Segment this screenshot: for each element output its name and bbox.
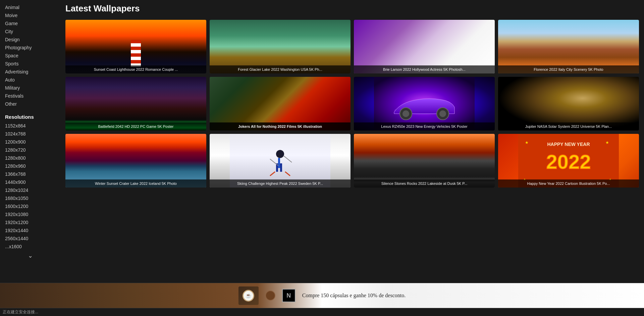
sidebar-resolution-1680-1050[interactable]: 1680x1050 — [5, 194, 55, 202]
wallpaper-caption-w10: Skiing Challenge Highest Peak 2022 Swede… — [210, 179, 351, 188]
svg-rect-10 — [280, 163, 282, 172]
sidebar-resolution-1920-1200[interactable]: 1920x1200 — [5, 218, 55, 226]
wallpaper-caption-w2: Forest Glacier Lake 2022 Washington USA … — [210, 65, 351, 73]
sidebar-item-city[interactable]: City — [5, 28, 55, 36]
sidebar-categories: AnimalMoiveGameCityDesignPhotographySpac… — [5, 3, 55, 108]
wallpaper-caption-w11: Silence Stones Rocks 2022 Lakeside at Du… — [354, 179, 495, 188]
wallpaper-caption-w8: Jupiter NASA Solar System 2022 Universe … — [498, 122, 639, 130]
wallpaper-caption-w3: Brie Larson 2022 Hollywood Actress 5K Ph… — [354, 65, 495, 73]
sidebar-item-festivals[interactable]: Festivals — [5, 92, 55, 100]
wallpaper-card-w7[interactable]: Lexus RZ450e 2023 New Energy Vehicles 5K… — [354, 77, 495, 130]
wallpaper-caption-w6: Jokers All for Nothing 2022 Films 5K ill… — [210, 122, 351, 130]
sidebar-item-photography[interactable]: Photography — [5, 44, 55, 52]
sidebar-item-game[interactable]: Game — [5, 19, 55, 28]
coffee-cup-icon: ☕ — [243, 290, 254, 302]
sidebar-resolution-1440-900[interactable]: 1440x900 — [5, 178, 55, 186]
svg-rect-8 — [278, 158, 280, 168]
sidebar-resolution-1200-900[interactable]: 1200x900 — [5, 138, 55, 146]
nespresso-icon: N — [282, 289, 296, 302]
wallpaper-card-w2[interactable]: Forest Glacier Lake 2022 Washington USA … — [210, 20, 351, 73]
wallpaper-card-w5[interactable]: Battlefield 2042 HD 2022 PC Game 5K Post… — [65, 77, 206, 130]
svg-point-5 — [439, 110, 446, 117]
ad-text: Compre 150 cápsulas e ganhe 10% de desco… — [302, 293, 406, 299]
wallpaper-card-w1[interactable]: Sunset Coast Lighthouse 2022 Romance Cou… — [65, 20, 206, 73]
sidebar-resolution-1366-768[interactable]: 1366x768 — [5, 170, 55, 178]
svg-text:2022: 2022 — [546, 151, 591, 173]
wallpaper-caption-w4: Florence 2022 Italy City Scenery 5K Phot… — [498, 65, 639, 73]
sidebar-resolution-1600-1200[interactable]: 1600x1200 — [5, 202, 55, 210]
wallpaper-card-w12[interactable]: 2022 HAPPY NEW YEAR ★ ★ ✦ ✦ Happy New Ye… — [498, 134, 639, 188]
sidebar-item-other[interactable]: Other — [5, 100, 55, 108]
resolutions-section-title: Resolutions — [5, 114, 55, 120]
wallpaper-caption-w5: Battlefield 2042 HD 2022 PC Game 5K Post… — [65, 122, 206, 130]
sidebar-item-animal[interactable]: Animal — [5, 3, 55, 11]
svg-text:★: ★ — [525, 140, 529, 145]
wallpaper-card-w4[interactable]: Florence 2022 Italy City Scenery 5K Phot… — [498, 20, 639, 73]
status-bar: 正在建立安全连接... — [0, 308, 644, 316]
capsule-decoration — [265, 291, 275, 301]
wallpaper-card-w11[interactable]: Silence Stones Rocks 2022 Lakeside at Du… — [354, 134, 495, 188]
sidebar-item-space[interactable]: Space — [5, 52, 55, 60]
sidebar-resolution-1280-800[interactable]: 1280x800 — [5, 154, 55, 162]
svg-point-3 — [402, 110, 409, 117]
sidebar-resolution-...-1600[interactable]: ...x1600 — [5, 243, 55, 251]
sidebar-item-moive[interactable]: Moive — [5, 11, 55, 19]
sidebar-resolution-2560-1440[interactable]: 2560x1440 — [5, 234, 55, 243]
wallpaper-caption-w1: Sunset Coast Lighthouse 2022 Romance Cou… — [65, 65, 206, 73]
ad-bar: ☕ N Compre 150 cápsulas e ganhe 10% de d… — [0, 283, 644, 308]
svg-text:HAPPY NEW YEAR: HAPPY NEW YEAR — [547, 142, 590, 147]
svg-text:★: ★ — [605, 140, 609, 145]
wallpaper-card-w10[interactable]: Skiing Challenge Highest Peak 2022 Swede… — [210, 134, 351, 188]
wallpaper-card-w6[interactable]: Jokers All for Nothing 2022 Films 5K ill… — [210, 77, 351, 130]
sidebar-resolution-1920-1440[interactable]: 1920x1440 — [5, 226, 55, 234]
main-container: AnimalMoiveGameCityDesignPhotographySpac… — [0, 0, 644, 283]
wallpaper-card-w9[interactable]: Winter Sunset Crater Lake 2022 Iceland 5… — [65, 134, 206, 188]
sidebar-item-design[interactable]: Design — [5, 36, 55, 44]
sidebar-item-auto[interactable]: Auto — [5, 76, 55, 84]
sidebar: AnimalMoiveGameCityDesignPhotographySpac… — [0, 0, 60, 283]
wallpaper-card-w8[interactable]: Jupiter NASA Solar System 2022 Universe … — [498, 77, 639, 130]
page-title: Latest Wallpapers — [65, 3, 639, 14]
sidebar-item-advertising[interactable]: Advertising — [5, 68, 55, 76]
sidebar-scroll-more[interactable]: ⌄ — [5, 251, 55, 261]
sidebar-resolution-1280-720[interactable]: 1280x720 — [5, 146, 55, 154]
sidebar-item-military[interactable]: Military — [5, 84, 55, 92]
coffee-decoration: ☕ — [238, 286, 259, 305]
wallpaper-card-w3[interactable]: Brie Larson 2022 Hollywood Actress 5K Ph… — [354, 20, 495, 73]
sidebar-resolution-1152-864[interactable]: 1152x864 — [5, 122, 55, 130]
sidebar-resolution-1280-1024[interactable]: 1280x1024 — [5, 186, 55, 194]
wallpaper-grid: Sunset Coast Lighthouse 2022 Romance Cou… — [65, 20, 639, 188]
sidebar-resolution-1280-960[interactable]: 1280x960 — [5, 162, 55, 170]
sidebar-resolution-1920-1080[interactable]: 1920x1080 — [5, 210, 55, 218]
svg-point-7 — [276, 150, 284, 158]
wallpaper-caption-w12: Happy New Year 2022 Cartoon Illustration… — [498, 179, 639, 188]
status-text: 正在建立安全连接... — [3, 310, 38, 314]
wallpaper-caption-w7: Lexus RZ450e 2023 New Energy Vehicles 5K… — [354, 122, 495, 130]
sidebar-resolutions: 1152x8641024x7681200x9001280x7201280x800… — [5, 122, 55, 251]
sidebar-item-sports[interactable]: Sports — [5, 60, 55, 68]
wallpaper-caption-w9: Winter Sunset Crater Lake 2022 Iceland 5… — [65, 179, 206, 188]
ad-content: ☕ N Compre 150 cápsulas e ganhe 10% de d… — [238, 286, 406, 305]
main-content: Latest Wallpapers Sunset Coast Lighthous… — [60, 0, 644, 283]
sidebar-resolution-1024-768[interactable]: 1024x768 — [5, 130, 55, 138]
